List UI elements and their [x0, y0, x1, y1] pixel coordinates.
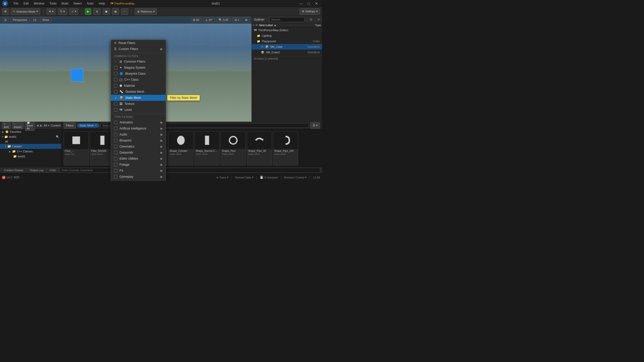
blueprint-checkbox[interactable]: [114, 72, 117, 75]
platforms-button[interactable]: 🖥 Platforms ▾: [135, 8, 157, 15]
derived-data-status[interactable]: Derived Data ▾: [235, 176, 254, 179]
outliner-settings-icon[interactable]: ⚙: [310, 18, 312, 21]
view-num-button[interactable]: ⊟ 1: [232, 18, 241, 22]
material-checkbox[interactable]: [114, 84, 117, 87]
smcube-visibility-icon[interactable]: 👁: [261, 45, 264, 48]
cpp-filter-item[interactable]: { } C++ Class: [111, 77, 166, 83]
blueprint2-checkbox[interactable]: [114, 139, 117, 142]
tab-content-drawer[interactable]: Content Drawer: [1, 168, 27, 172]
add-button[interactable]: + Add: [2, 122, 11, 129]
gameplay-checkbox[interactable]: [114, 175, 117, 178]
console-input[interactable]: [60, 168, 320, 172]
tab-output-log[interactable]: Output Log: [27, 168, 47, 172]
minimize-button[interactable]: —: [297, 2, 305, 6]
import-button[interactable]: ↑ Import: [12, 122, 23, 129]
foliage-filter-item[interactable]: Foliage ▶: [111, 162, 166, 168]
revision-status[interactable]: Revision Control ▾: [284, 176, 307, 179]
perspective-button[interactable]: Perspective: [11, 18, 29, 22]
selection-mode-button[interactable]: ↖ Selection Mode ▾: [11, 8, 40, 15]
skeletal-filter-item[interactable]: 🦴 Skeletal Mesh: [111, 89, 166, 95]
level-filter-item[interactable]: 🗺 Level: [111, 107, 166, 113]
angle-button[interactable]: ∠ 10°: [203, 18, 215, 22]
skeletal-checkbox[interactable]: [114, 90, 117, 94]
outliner-close-icon[interactable]: ✕: [317, 18, 320, 21]
outliner-item-smcube[interactable]: 👁 📦 SM_Cube StaticMesh: [252, 44, 322, 50]
asset-card-6[interactable]: Shape_Pipe Static Mesh: [221, 131, 246, 165]
stop-button[interactable]: ⏹: [103, 8, 110, 15]
rotate-snap-button[interactable]: ↻ ▾: [58, 8, 67, 15]
staticmesh-filter-item[interactable]: ✓ 📦 Static Mesh: [111, 95, 166, 101]
view-options-button[interactable]: ☰ ▾: [310, 122, 320, 129]
play-button[interactable]: ▶: [85, 8, 91, 15]
blueprint-filter-item[interactable]: 🔵 Blueprint Class: [111, 71, 166, 77]
tab-cmd[interactable]: Cmd: [47, 168, 59, 172]
eject-button[interactable]: ⏏: [112, 8, 119, 15]
show-button[interactable]: Show: [40, 18, 52, 22]
outliner-item-map[interactable]: 🗺 ThirdPersonMap (Editor): [252, 27, 322, 33]
asset-card-8[interactable]: Shape_Pipe_180 Static Mesh: [273, 131, 298, 165]
menu-select[interactable]: Select: [72, 1, 83, 6]
audio-checkbox[interactable]: [114, 133, 117, 136]
editor-util-checkbox[interactable]: [114, 157, 117, 160]
outliner-item-lighting[interactable]: 📁 Lighting: [252, 33, 322, 38]
viewport-type-button[interactable]: ☰: [2, 18, 9, 22]
play-options-button[interactable]: ⋯: [121, 8, 128, 15]
back-icon[interactable]: ◀: [36, 124, 38, 127]
test01-search-icon[interactable]: 🔍: [56, 135, 59, 139]
foliage-checkbox[interactable]: [114, 163, 117, 166]
cinematics-checkbox[interactable]: [114, 145, 117, 148]
level-checkbox[interactable]: [114, 108, 117, 112]
texture-filter-item[interactable]: 🖼 Texture: [111, 101, 166, 107]
filters-button[interactable]: Filters: [64, 122, 76, 129]
outliner-search[interactable]: [269, 17, 305, 22]
reset-filters-item[interactable]: ↺ Reset Filters: [111, 40, 166, 46]
gameplay-filter-item[interactable]: Gameplay ▶: [111, 174, 166, 180]
menu-help[interactable]: Help: [97, 1, 107, 6]
outliner-item-smcube2[interactable]: 📦 SM_Cube2 StaticMesh: [252, 50, 322, 55]
texture-checkbox[interactable]: [114, 102, 117, 106]
audio-filter-item[interactable]: Audio ▶: [111, 131, 166, 138]
maximize-button[interactable]: □: [306, 2, 312, 6]
snap-button[interactable]: ⊕ ▾: [47, 8, 56, 15]
niagara-filter-item[interactable]: ✦ Niagara System: [111, 65, 166, 71]
menu-window[interactable]: Window: [32, 1, 46, 6]
zoom-button[interactable]: 🔍 0.25: [216, 18, 230, 22]
material-filter-item[interactable]: ⬟ Material: [111, 83, 166, 89]
menu-build[interactable]: Build: [60, 1, 70, 6]
cpp-checkbox[interactable]: [114, 78, 117, 81]
datasmith-checkbox[interactable]: [114, 151, 117, 154]
breadcrumb-all[interactable]: All: [44, 124, 47, 127]
common-filters-item[interactable]: — ⊞ Common Filters: [111, 59, 166, 65]
fx-checkbox[interactable]: [114, 169, 117, 172]
asset-card-7[interactable]: Shape_Pipe_90 Static Mesh: [247, 131, 272, 165]
lit-button[interactable]: Lit: [31, 18, 38, 22]
close-button[interactable]: ✕: [313, 2, 320, 6]
niagara-checkbox[interactable]: [114, 66, 117, 69]
staticmesh-checkbox[interactable]: ✓: [114, 96, 117, 100]
blueprint2-filter-item[interactable]: Blueprint ▶: [111, 138, 166, 144]
outliner-item-playground[interactable]: 📁 Playground Folder: [252, 38, 322, 44]
tree-all[interactable]: All: [0, 139, 61, 144]
tree-cpp[interactable]: ▶ 📁 C++ Classes: [0, 149, 61, 154]
custom-filters-item[interactable]: ☰ Custom Filters ▶: [111, 46, 166, 52]
asset-card-4[interactable]: Shape_Cylinder Static Mesh: [168, 131, 193, 165]
tree-test01-sub[interactable]: 📁 test01: [0, 154, 61, 159]
animation-checkbox[interactable]: [114, 121, 117, 124]
menu-tools[interactable]: Tools: [48, 1, 58, 6]
grid-50-button[interactable]: ⊞ 50: [191, 18, 201, 22]
outliner-filter-all-icon[interactable]: 👁: [255, 24, 258, 27]
unsaved-status[interactable]: 💾 6 Unsaved: [260, 176, 278, 179]
ai-checkbox[interactable]: [114, 127, 117, 130]
menu-actor[interactable]: Actor: [85, 1, 95, 6]
filter-tag-remove[interactable]: ✕: [95, 124, 97, 127]
fx-filter-item[interactable]: FX ▶: [111, 168, 166, 174]
ai-filter-item[interactable]: Artificial Intelligence ▶: [111, 125, 166, 131]
scale-snap-button[interactable]: ⤢ ▾: [69, 8, 78, 15]
breadcrumb-content[interactable]: Content: [51, 124, 61, 127]
asset-card-0[interactable]: Floor_... Static Me...: [64, 131, 89, 165]
editor-util-filter-item[interactable]: Editor Utilities ▶: [111, 156, 166, 162]
tree-test01[interactable]: ▾ 📁 test01 🔍: [0, 134, 61, 139]
tree-content[interactable]: ▾ 📁 Content: [0, 144, 61, 149]
trace-status[interactable]: ● Trace ▾: [217, 176, 229, 179]
tree-favorites[interactable]: ▶ ⭐ Favorites: [0, 129, 61, 134]
